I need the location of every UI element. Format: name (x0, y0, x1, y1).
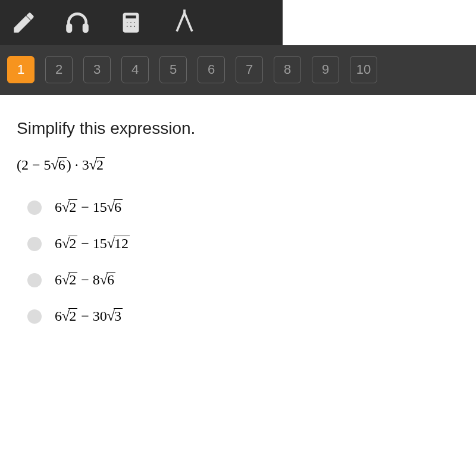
svg-rect-3 (126, 15, 137, 18)
question-prompt: Simplify this expression. (17, 119, 459, 138)
question-expression: (2 − 5√6) · 3√2 (17, 157, 459, 173)
svg-point-8 (130, 26, 131, 27)
question-nav-7[interactable]: 7 (236, 56, 263, 83)
svg-point-5 (130, 21, 131, 23)
top-toolbar (0, 0, 283, 45)
q-num: 5 (170, 62, 177, 77)
q-num: 10 (356, 62, 371, 77)
question-nav-10[interactable]: 10 (350, 56, 377, 83)
svg-rect-0 (68, 25, 71, 32)
answer-option-a[interactable]: 6√2 − 15√6 (27, 199, 459, 215)
question-nav-9[interactable]: 9 (312, 56, 339, 83)
headphones-icon[interactable] (60, 5, 95, 40)
question-nav-8[interactable]: 8 (274, 56, 301, 83)
question-nav-2[interactable]: 2 (45, 56, 73, 83)
answer-option-c[interactable]: 6√2 − 8√6 (27, 272, 459, 288)
radio-icon (27, 309, 42, 324)
question-nav-5[interactable]: 5 (159, 56, 187, 83)
question-content: Simplify this expression. (2 − 5√6) · 3√… (0, 95, 476, 368)
compass-icon[interactable] (167, 5, 202, 40)
svg-point-4 (126, 21, 128, 23)
svg-point-9 (134, 26, 136, 27)
q-num: 2 (55, 62, 62, 77)
q-num: 4 (131, 62, 139, 77)
radio-icon (27, 273, 42, 287)
option-expression: 6√2 − 30√3 (55, 308, 123, 324)
answer-options: 6√2 − 15√6 6√2 − 15√12 6√2 − 8√6 6√2 − 3… (17, 199, 459, 324)
pencil-icon[interactable] (6, 5, 42, 40)
option-expression: 6√2 − 8√6 (55, 272, 115, 288)
answer-option-d[interactable]: 6√2 − 30√3 (27, 308, 459, 324)
option-expression: 6√2 − 15√12 (55, 236, 130, 252)
q-num: 8 (284, 62, 291, 77)
question-nav-6[interactable]: 6 (198, 56, 225, 83)
sqrt-icon: √2 (89, 157, 105, 173)
option-expression: 6√2 − 15√6 (55, 199, 123, 215)
question-nav-1[interactable]: 1 (7, 56, 35, 83)
q-num: 7 (246, 62, 253, 77)
svg-point-7 (126, 26, 128, 27)
question-nav: 1 2 3 4 5 6 7 8 9 10 (0, 45, 476, 95)
sqrt-icon: √6 (51, 157, 67, 173)
q-num: 1 (17, 62, 24, 77)
calculator-icon[interactable] (113, 5, 149, 40)
radio-icon (27, 201, 42, 215)
question-nav-4[interactable]: 4 (121, 56, 149, 83)
q-num: 9 (322, 62, 329, 77)
svg-point-6 (134, 21, 136, 23)
q-num: 3 (93, 62, 101, 77)
q-num: 6 (208, 62, 215, 77)
answer-option-b[interactable]: 6√2 − 15√12 (27, 236, 459, 252)
svg-rect-1 (84, 25, 87, 32)
question-nav-3[interactable]: 3 (83, 56, 111, 83)
radio-icon (27, 237, 42, 251)
